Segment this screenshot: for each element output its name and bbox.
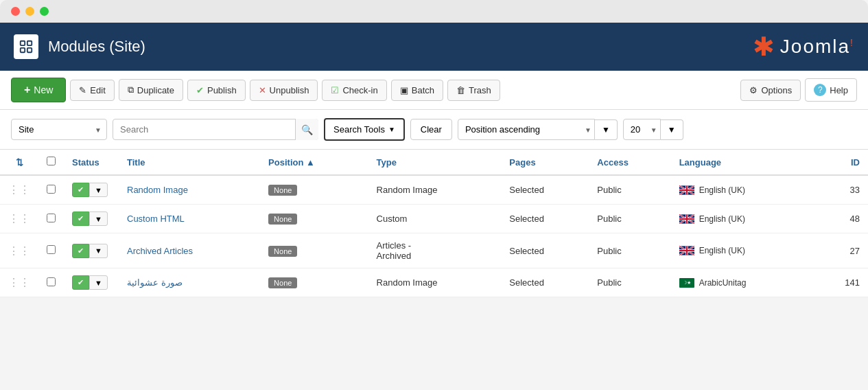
checkin-button[interactable]: ☑ Check-in xyxy=(322,80,386,101)
col-language-header: Language xyxy=(671,150,814,175)
sort-select[interactable]: Position ascending xyxy=(458,119,595,140)
site-filter[interactable]: Site xyxy=(11,119,107,140)
drag-handle-icon[interactable]: ⋮⋮ xyxy=(8,245,30,257)
publish-button[interactable]: ✔ Publish xyxy=(187,80,246,101)
checkin-icon: ☑ xyxy=(331,85,339,95)
new-label: New xyxy=(34,84,53,95)
pages-header-label: Pages xyxy=(509,157,535,168)
status-publish-btn[interactable]: ✔ xyxy=(72,211,89,226)
type-cell: Random Image xyxy=(368,175,502,205)
modules-table: ⇅ Status Title Position ▲ Type xyxy=(0,150,868,297)
id-value: 48 xyxy=(850,214,860,224)
language-value: English (UK) xyxy=(679,214,806,224)
batch-button[interactable]: ▣ Batch xyxy=(391,80,443,101)
status-cell: ✔ ▼ xyxy=(64,233,119,268)
app-header: Modules (Site) ✱ Joomla! xyxy=(0,23,868,71)
per-page-select[interactable]: 20 xyxy=(623,119,661,140)
select-all-checkbox[interactable] xyxy=(47,157,56,165)
module-title-link[interactable]: Custom HTML xyxy=(127,214,185,224)
clear-button[interactable]: Clear xyxy=(410,119,452,140)
svg-rect-1 xyxy=(27,41,32,45)
position-badge: None xyxy=(268,277,297,288)
status-dropdown-btn[interactable]: ▼ xyxy=(89,211,108,226)
options-button[interactable]: ⚙ Options xyxy=(740,80,801,101)
duplicate-button[interactable]: ⧉ Duplicate xyxy=(119,79,183,101)
per-page-arrow-button[interactable]: ▼ xyxy=(661,119,683,140)
type-cell: Random Image xyxy=(368,268,502,297)
maximize-btn[interactable] xyxy=(40,7,49,16)
help-button[interactable]: ? Help xyxy=(805,78,857,102)
status-cell: ✔ ▼ xyxy=(64,268,119,297)
row-check-cell[interactable] xyxy=(38,175,64,205)
table-header-row: ⇅ Status Title Position ▲ Type xyxy=(0,150,868,175)
minimize-btn[interactable] xyxy=(25,7,34,16)
row-checkbox[interactable] xyxy=(47,214,56,222)
row-checkbox[interactable] xyxy=(47,185,56,194)
language-value: ☽★ ArabicUnitag xyxy=(679,278,806,288)
language-value: English (UK) xyxy=(679,246,806,255)
module-icon xyxy=(14,34,38,59)
module-title-link[interactable]: Archived Articles xyxy=(127,246,193,256)
close-btn[interactable] xyxy=(11,7,20,16)
row-check-cell[interactable] xyxy=(38,205,64,233)
position-cell: None xyxy=(260,233,368,268)
search-tools-button[interactable]: Search Tools ▼ xyxy=(324,118,405,141)
language-cell: English (UK) xyxy=(671,175,814,205)
new-button[interactable]: + New xyxy=(11,78,66,102)
clear-label: Clear xyxy=(421,124,442,135)
title-cell: Random Image xyxy=(119,175,260,205)
drag-handle-icon[interactable]: ⋮⋮ xyxy=(8,213,30,225)
row-check-cell[interactable] xyxy=(38,233,64,268)
plus-icon: + xyxy=(24,84,30,96)
pages-cell: Selected xyxy=(501,205,589,233)
language-cell: ☽★ ArabicUnitag xyxy=(671,268,814,297)
status-cell: ✔ ▼ xyxy=(64,205,119,233)
help-icon: ? xyxy=(814,84,826,96)
status-publish-btn[interactable]: ✔ xyxy=(72,275,89,290)
language-value: English (UK) xyxy=(679,185,806,195)
pages-cell: Selected xyxy=(501,175,589,205)
unpublish-button[interactable]: ✕ Unpublish xyxy=(250,80,318,101)
module-title-link[interactable]: Random Image xyxy=(127,185,188,195)
sort-wrapper: Position ascending ▼ xyxy=(458,119,618,140)
position-sort-icon: ▲ xyxy=(306,157,315,168)
status-publish-btn[interactable]: ✔ xyxy=(72,183,89,197)
status-publish-btn[interactable]: ✔ xyxy=(72,244,89,258)
drag-handle-icon[interactable]: ⋮⋮ xyxy=(8,184,30,196)
col-position-header[interactable]: Position ▲ xyxy=(260,150,368,175)
status-dropdown-btn[interactable]: ▼ xyxy=(89,275,108,290)
drag-handle-cell: ⋮⋮ xyxy=(0,175,38,205)
status-toggle: ✔ ▼ xyxy=(72,244,108,258)
status-toggle: ✔ ▼ xyxy=(72,183,108,197)
svg-rect-2 xyxy=(21,48,25,52)
status-toggle: ✔ ▼ xyxy=(72,211,108,226)
position-badge: None xyxy=(268,246,297,257)
col-status-header: Status xyxy=(64,150,119,175)
search-submit-button[interactable]: 🔍 xyxy=(295,119,318,140)
edit-button[interactable]: ✎ Edit xyxy=(70,80,114,101)
drag-handle-icon[interactable]: ⋮⋮ xyxy=(8,277,30,288)
svg-rect-3 xyxy=(27,48,32,52)
row-check-cell[interactable] xyxy=(38,268,64,297)
title-header-label: Title xyxy=(127,157,145,168)
toolbar: + New ✎ Edit ⧉ Duplicate ✔ Publish ✕ Unp… xyxy=(0,71,868,110)
col-check-header[interactable] xyxy=(38,150,64,175)
sort-arrow-button[interactable]: ▼ xyxy=(595,119,618,140)
trash-label: Trash xyxy=(469,85,491,95)
per-page-wrapper: 20 ▼ xyxy=(623,119,683,140)
row-checkbox[interactable] xyxy=(47,245,56,254)
position-cell: None xyxy=(260,268,368,297)
row-checkbox[interactable] xyxy=(47,277,56,286)
search-input[interactable] xyxy=(113,119,318,140)
unpublish-label: Unpublish xyxy=(270,85,309,95)
trash-button[interactable]: 🗑 Trash xyxy=(447,80,500,101)
table-row: ⋮⋮ ✔ ▼ صورة عشوائية None Random Image Se… xyxy=(0,268,868,297)
status-dropdown-btn[interactable]: ▼ xyxy=(89,244,108,258)
col-drag-header: ⇅ xyxy=(0,150,38,175)
module-title-link[interactable]: صورة عشوائية xyxy=(127,277,183,288)
duplicate-icon: ⧉ xyxy=(128,84,134,95)
type-value: Random Image xyxy=(377,277,438,288)
col-access-header: Access xyxy=(589,150,670,175)
status-dropdown-btn[interactable]: ▼ xyxy=(89,183,108,197)
type-value: Custom xyxy=(377,214,408,224)
